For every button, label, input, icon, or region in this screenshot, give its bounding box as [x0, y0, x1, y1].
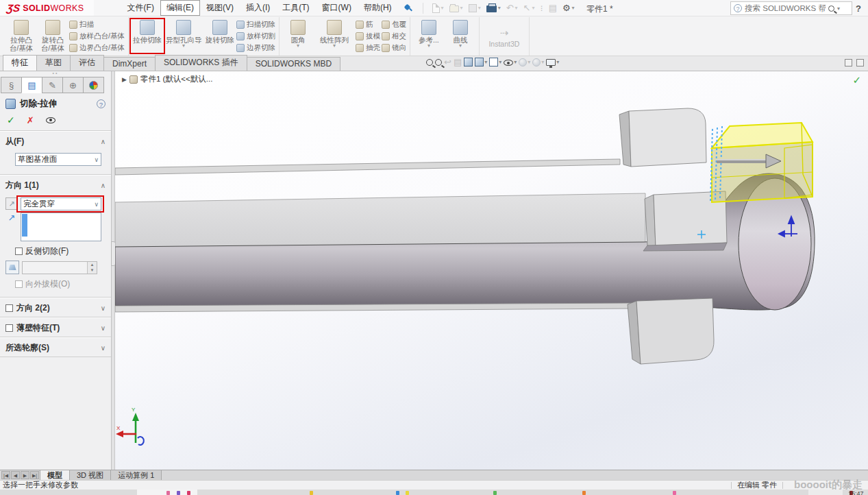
rebuild-button[interactable]: ⁝: [538, 3, 545, 13]
swept-boss-button[interactable]: 扫描: [69, 19, 125, 30]
revolved-boss-button[interactable]: 旋转凸台/基体: [38, 19, 68, 54]
extruded-boss-button[interactable]: 拉伸凸台/基体: [6, 19, 36, 54]
revolved-cut-button[interactable]: 旋转切除: [205, 19, 235, 54]
from-section-header[interactable]: 从(F)∧: [0, 131, 111, 150]
from-condition-combo[interactable]: 草图基准面∨: [15, 153, 101, 166]
select-button[interactable]: ↖▾: [521, 3, 537, 13]
mirror-button[interactable]: 镜向: [382, 43, 406, 53]
file-properties-button[interactable]: ▤: [547, 3, 559, 13]
menu-window[interactable]: 窗口(W): [316, 0, 358, 16]
intersect-button[interactable]: 相交: [382, 31, 406, 42]
thin-feature-checkbox[interactable]: [5, 324, 13, 332]
tab-features[interactable]: 特征: [3, 55, 37, 71]
menu-insert[interactable]: 插入(I): [240, 0, 276, 16]
menu-edit[interactable]: 编辑(E): [160, 0, 200, 16]
hole-wizard-button[interactable]: 异型孔向导 ▾: [164, 19, 203, 54]
save-button[interactable]: ▾: [467, 3, 483, 13]
menu-file[interactable]: 文件(F): [121, 0, 160, 16]
wrap-button[interactable]: 包覆: [382, 19, 406, 30]
draft-button[interactable]: 拔模: [356, 31, 380, 42]
section-pages-button[interactable]: ▤: [454, 58, 462, 67]
draft-angle-spinner[interactable]: ▲▼: [22, 261, 97, 274]
shaft-flat-band[interactable]: [115, 193, 645, 248]
expand-pane-icon[interactable]: [856, 59, 864, 67]
cut-preview-front-face[interactable]: [712, 142, 813, 202]
fillet-button[interactable]: 圆角 ▾: [283, 19, 313, 54]
undock-pane-icon[interactable]: [845, 59, 852, 67]
lofted-boss-button[interactable]: 放样凸台/基体: [69, 31, 125, 42]
edit-appearance-button[interactable]: ▾: [519, 58, 530, 67]
search-dropdown-caret[interactable]: ▾: [837, 5, 840, 12]
undo-button[interactable]: ↶▾: [504, 3, 520, 13]
display-style-button[interactable]: ▾: [489, 58, 501, 67]
menu-tools[interactable]: 工具(T): [276, 0, 315, 16]
next-tab-icon[interactable]: ▶: [21, 471, 29, 479]
tab-motion-study[interactable]: 运动算例 1: [110, 470, 162, 480]
boundary-boss-button[interactable]: 边界凸台/基体: [69, 43, 125, 53]
part-model[interactable]: Y X: [115, 71, 868, 470]
spin-up-icon[interactable]: ▲: [88, 262, 97, 268]
menu-view[interactable]: 视图(V): [200, 0, 240, 16]
shell-button[interactable]: 抽壳: [356, 43, 380, 53]
direction2-checkbox[interactable]: [5, 304, 13, 312]
direction1-section-header[interactable]: 方向 1(1)∧: [0, 175, 111, 194]
zoom-fit-button[interactable]: [426, 59, 433, 66]
options-button[interactable]: ⚙▾: [560, 3, 577, 13]
section-view-button[interactable]: [464, 58, 473, 67]
confirmation-corner-check[interactable]: ✓: [852, 74, 861, 86]
search-icon[interactable]: [828, 5, 834, 12]
graphics-viewport[interactable]: Y X ▶ 零件1 (默认<<默认... ✓: [115, 71, 868, 470]
flip-side-row[interactable]: 反侧切除(F): [15, 245, 106, 257]
preview-eye-icon[interactable]: [46, 117, 55, 123]
pin-menu-icon[interactable]: [404, 3, 413, 13]
tree-expand-icon[interactable]: ▶: [122, 76, 127, 83]
tab-property-manager[interactable]: ▤: [21, 77, 42, 93]
first-tab-icon[interactable]: |◀: [1, 471, 10, 479]
cancel-button[interactable]: ✗: [27, 115, 34, 125]
view-settings-button[interactable]: ▾: [546, 59, 559, 66]
tab-evaluate[interactable]: 评估: [70, 55, 104, 71]
tab-configuration-manager[interactable]: ✎: [42, 77, 63, 93]
tab-dimxpert-manager[interactable]: ⊕: [62, 77, 84, 93]
search-box[interactable]: ? ▾: [730, 1, 852, 15]
apply-scene-button[interactable]: ▾: [532, 58, 544, 67]
ok-button[interactable]: ✓: [7, 114, 15, 125]
tab-sketch[interactable]: 草图: [36, 55, 71, 71]
draft-toggle-button[interactable]: [5, 261, 19, 274]
tab-dimxpert[interactable]: DimXpert: [103, 57, 156, 71]
shaft-top-edge-strip[interactable]: [115, 159, 620, 175]
tab-display-manager[interactable]: [83, 77, 104, 93]
open-button[interactable]: ▾: [447, 3, 465, 13]
print-button[interactable]: ▾: [484, 3, 503, 13]
direction-selection-box[interactable]: [21, 213, 101, 241]
tab-model[interactable]: 模型: [40, 470, 70, 480]
boundary-cut-button[interactable]: 边界切除: [236, 43, 275, 53]
reference-geometry-button[interactable]: 参考... ▾: [414, 19, 444, 54]
thin-feature-section-header[interactable]: 薄壁特征(T)∨: [0, 317, 111, 337]
linear-pattern-button[interactable]: 线性阵列 ▾: [314, 19, 354, 54]
tab-addins[interactable]: SOLIDWORKS 插件: [155, 55, 247, 71]
draft-outward-checkbox[interactable]: [15, 280, 23, 288]
curves-button[interactable]: 曲线 ▾: [445, 19, 475, 54]
direction2-section-header[interactable]: 方向 2(2)∨: [0, 298, 111, 317]
hide-show-items-button[interactable]: ▾: [504, 58, 517, 66]
reverse-direction-icon[interactable]: ↗: [5, 197, 18, 210]
zoom-area-button[interactable]: [435, 59, 442, 66]
pm-help-icon[interactable]: ?: [97, 99, 106, 108]
instant3d-button[interactable]: ⇢ Instant3D: [483, 19, 525, 54]
swept-cut-button[interactable]: 扫描切除: [236, 19, 275, 30]
new-document-button[interactable]: ▾: [430, 3, 446, 14]
search-input[interactable]: [745, 4, 826, 12]
tab-3d-views[interactable]: 3D 视图: [69, 470, 111, 480]
view-orientation-button[interactable]: ▾: [475, 58, 487, 67]
menu-help[interactable]: 帮助(H): [358, 0, 398, 16]
previous-view-button[interactable]: ↩: [444, 58, 451, 67]
tab-feature-tree[interactable]: §: [1, 77, 22, 93]
tab-mbd[interactable]: SOLIDWORKS MBD: [247, 57, 340, 71]
panel-grip[interactable]: ••: [0, 71, 111, 77]
spin-down-icon[interactable]: ▼: [88, 267, 97, 274]
bottom-tab[interactable]: [636, 298, 714, 364]
flyout-feature-tree[interactable]: ▶ 零件1 (默认<<默认...: [122, 74, 212, 84]
help-button[interactable]: ?: [856, 3, 861, 14]
rib-button[interactable]: 筋: [356, 19, 380, 30]
